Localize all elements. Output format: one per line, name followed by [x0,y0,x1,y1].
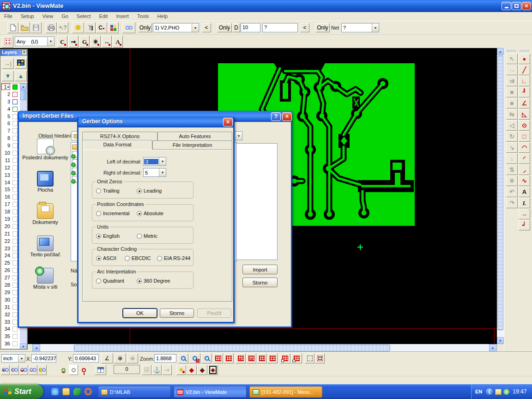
cancel-button[interactable]: Storno [242,278,278,287]
layer-color-swatch[interactable] [12,305,18,310]
tab-data-format[interactable]: Data Format [82,140,152,150]
layer-color-swatch[interactable] [12,275,18,280]
grid-full-button[interactable] [224,353,234,363]
zoom-tool-button[interactable] [178,353,188,363]
clock[interactable]: 19:47 [513,388,526,395]
apply-button[interactable]: Použít [197,308,231,318]
tab-auto-features[interactable]: Auto Features [157,132,232,140]
layer-color-swatch[interactable] [12,114,18,119]
layer-color-swatch[interactable] [12,217,18,222]
origin-button[interactable]: ⊕ [114,353,126,363]
pad-mode-button[interactable]: ◆ [187,365,197,375]
zoom-value-input[interactable]: 1.8868 [154,354,176,363]
radio-ascii[interactable]: ASCII [96,255,116,261]
square-aperture-tool[interactable]: ■ [506,87,518,97]
only-net-button[interactable]: Only [315,23,330,32]
tray-notes-icon[interactable] [495,389,502,395]
layer-color-swatch[interactable] [12,320,18,325]
filled-square-tool[interactable]: ■ [506,98,518,109]
move-layer-up-button[interactable]: ▲ [15,71,27,81]
menu-item[interactable]: Go [57,12,73,20]
view-filter-button[interactable] [122,22,135,33]
minimize-button[interactable] [502,2,511,10]
new-file-button[interactable] [7,22,18,33]
folder-quicklaunch-icon[interactable] [62,388,70,395]
pan-down-button[interactable]: ↓ [257,353,267,363]
layer-color-swatch[interactable] [12,107,18,112]
chevron-down-icon[interactable]: ▼ [372,24,379,32]
redraw-button[interactable]: ✺ [72,22,84,33]
scroll-left-icon[interactable]: ◄ [32,344,40,352]
arc-point-tool[interactable]: ◞ [519,164,530,175]
dark-pad-mode-button[interactable]: ◆ [197,365,207,375]
layer-color-swatch[interactable] [12,99,18,104]
scroll-down-icon[interactable]: ▼ [497,337,504,344]
chevron-down-icon[interactable]: ▼ [159,157,166,165]
undo-tool[interactable]: ↶ [506,187,518,197]
text-a-tool[interactable]: A [113,36,123,48]
layer-color-swatch[interactable] [12,143,18,148]
rectangle-tool[interactable]: □ [519,131,530,142]
scroll-up-icon[interactable]: ▲ [20,84,27,90]
help-button[interactable]: ? [271,112,281,121]
dcode-filter-input[interactable]: ? [262,23,298,32]
layer-color-swatch[interactable] [12,136,18,141]
relative-angle-button[interactable]: ∠ [101,353,113,363]
net-combo[interactable]: ? ▼ [341,23,379,32]
label-tool[interactable]: L [519,198,530,208]
close-icon[interactable]: × [223,118,233,127]
layers-panel-titlebar[interactable]: Layers × [0,49,27,56]
snap-button[interactable]: ⊕ [127,353,138,363]
layer-color-swatch[interactable] [12,334,18,339]
menu-item[interactable]: Help [153,12,172,20]
snap-points-button[interactable]: ⇢ [162,365,172,375]
layer-color-swatch[interactable] [12,312,18,317]
anchor-button[interactable]: ⚓ [152,365,162,375]
layer-color-swatch[interactable] [12,128,18,133]
pan-left-button[interactable]: ← [236,353,246,363]
layer-color-swatch[interactable] [12,239,18,244]
only-dcode-button[interactable]: Only [217,23,232,32]
gerber-g-tool[interactable]: G [79,36,90,48]
layer-color-swatch[interactable] [12,85,18,90]
move-pad-tool[interactable]: → [506,65,518,75]
menu-item[interactable]: Select [73,12,95,20]
dcode-button[interactable]: D [232,23,240,32]
left-of-decimal-combo[interactable]: 3 ▼ [143,157,166,166]
curve-tool[interactable]: ∿ [519,175,530,186]
line-tool[interactable]: ╱ [519,65,530,75]
import-button[interactable]: Import [242,265,278,274]
layer-setup-button[interactable] [15,58,27,69]
circle-tool[interactable]: ⊙ [519,120,530,131]
prev-dcode-button[interactable]: < [300,23,309,32]
chevron-down-icon[interactable]: ▼ [159,169,166,176]
view-outlines-button[interactable]: —● [29,365,37,375]
chevron-down-icon[interactable]: ▼ [235,132,242,140]
radio-english[interactable]: English [96,233,120,239]
layer-color-swatch[interactable] [12,283,18,288]
layer-color-swatch[interactable] [12,173,18,178]
start-button[interactable]: Start [0,384,43,399]
layer-color-swatch[interactable] [12,180,18,185]
transfer-arrow-tool[interactable]: ➞ [68,36,79,48]
only-layer-button[interactable]: Only [138,23,152,32]
selection-mode-button[interactable] [2,36,13,48]
layer-colors-button[interactable] [108,22,119,33]
zoom-grid-button[interactable] [189,353,200,363]
stretch-tool[interactable]: ↔ [102,36,112,48]
vertical-scroll-thumb[interactable] [497,55,503,330]
flash-star-tool[interactable]: ✳ [91,36,101,48]
menu-item[interactable]: Edit [95,12,112,20]
radio-ebcdic[interactable]: EBCDIC [125,255,151,261]
layer-color-swatch[interactable] [12,231,18,236]
grid-window-button[interactable] [213,353,223,363]
place-item[interactable]: Plocha [22,171,69,201]
print-button[interactable] [46,22,57,33]
layer-color-swatch[interactable] [12,246,18,251]
gerber-dialog-titlebar[interactable]: Gerber Options × [79,116,233,127]
task-messenger[interactable]: [191-482-091] - Mess... [249,386,322,398]
menu-item[interactable]: Tools [133,12,153,20]
layer-color-swatch[interactable] [12,260,18,266]
settings-gear-tool[interactable]: ✳ [506,175,518,186]
ok-button[interactable]: OK [123,308,157,318]
